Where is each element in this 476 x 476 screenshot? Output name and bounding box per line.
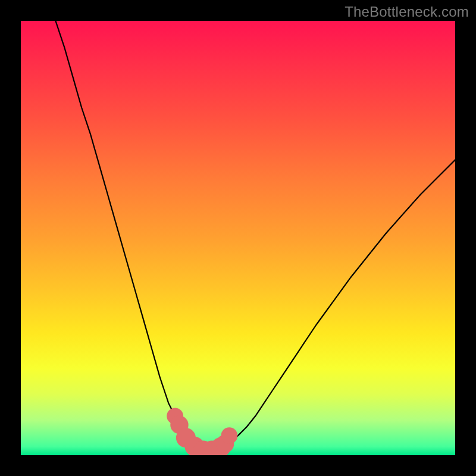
- curve-line: [55, 21, 455, 451]
- plot-area: [21, 21, 455, 455]
- chart-frame: TheBottleneck.com: [0, 0, 476, 476]
- curve-marker: [221, 427, 238, 444]
- bottleneck-chart: [21, 21, 455, 455]
- watermark-text: TheBottleneck.com: [345, 4, 469, 20]
